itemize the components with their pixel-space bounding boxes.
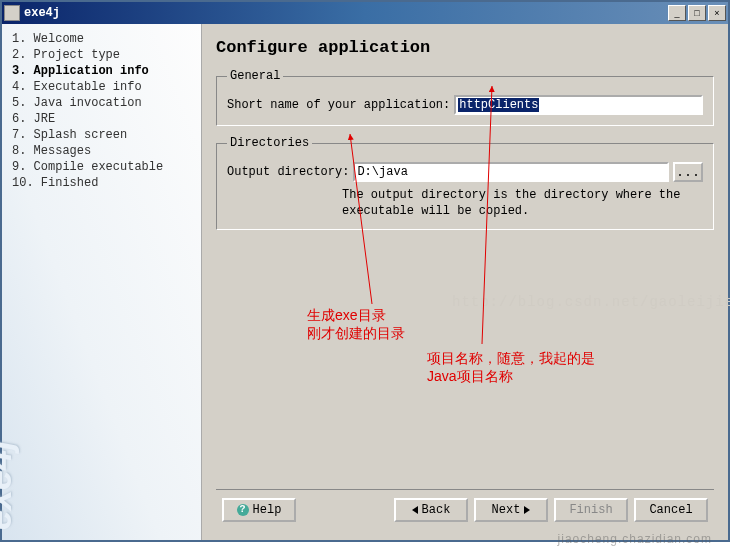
maximize-button[interactable]: □ — [688, 5, 706, 21]
body: 1. Welcome2. Project type3. Application … — [2, 24, 728, 540]
wizard-step-6[interactable]: 6. JRE — [12, 112, 191, 126]
watermark-text: http://blog.csdn.net/gaoleijie — [452, 294, 730, 310]
general-legend: General — [227, 69, 283, 83]
general-group: General Short name of your application: … — [216, 69, 714, 126]
window-title: exe4j — [24, 6, 668, 20]
content-area: Configure application General Short name… — [202, 24, 728, 540]
wizard-step-5[interactable]: 5. Java invocation — [12, 96, 191, 110]
finish-button[interactable]: Finish — [554, 498, 628, 522]
wizard-step-2[interactable]: 2. Project type — [12, 48, 191, 62]
wizard-step-8[interactable]: 8. Messages — [12, 144, 191, 158]
short-name-input[interactable]: httpClients — [454, 95, 703, 115]
short-name-label: Short name of your application: — [227, 98, 450, 112]
page-title: Configure application — [216, 38, 714, 57]
brand-logo: exe4j — [0, 440, 20, 530]
help-button[interactable]: ? Help — [222, 498, 296, 522]
wizard-step-7[interactable]: 7. Splash screen — [12, 128, 191, 142]
short-name-value: httpClients — [458, 98, 539, 112]
output-dir-label: Output directory: — [227, 165, 349, 179]
browse-button[interactable]: ... — [673, 162, 703, 182]
titlebar: exe4j _ □ × — [2, 2, 728, 24]
back-button[interactable]: Back — [394, 498, 468, 522]
wizard-step-4[interactable]: 4. Executable info — [12, 80, 191, 94]
window-controls: _ □ × — [668, 5, 726, 21]
wizard-step-10[interactable]: 10. Finished — [12, 176, 191, 190]
output-dir-input[interactable] — [353, 162, 669, 182]
wizard-step-3[interactable]: 3. Application info — [12, 64, 191, 78]
output-dir-hint: The output directory is the directory wh… — [342, 188, 703, 219]
directories-legend: Directories — [227, 136, 312, 150]
app-icon — [4, 5, 20, 21]
next-button[interactable]: Next — [474, 498, 548, 522]
app-window: exe4j _ □ × 1. Welcome2. Project type3. … — [0, 0, 730, 542]
wizard-sidebar: 1. Welcome2. Project type3. Application … — [2, 24, 202, 540]
minimize-button[interactable]: _ — [668, 5, 686, 21]
wizard-step-1[interactable]: 1. Welcome — [12, 32, 191, 46]
button-bar: ? Help Back Next Finish Cancel — [216, 489, 714, 530]
wizard-step-9[interactable]: 9. Compile executable — [12, 160, 191, 174]
cancel-button[interactable]: Cancel — [634, 498, 708, 522]
arrow-left-icon — [412, 506, 418, 514]
page-watermark: jiaocheng.chazidian.com — [558, 532, 712, 546]
help-icon: ? — [237, 504, 249, 516]
directories-group: Directories Output directory: ... The ou… — [216, 136, 714, 230]
arrow-right-icon — [524, 506, 530, 514]
close-button[interactable]: × — [708, 5, 726, 21]
